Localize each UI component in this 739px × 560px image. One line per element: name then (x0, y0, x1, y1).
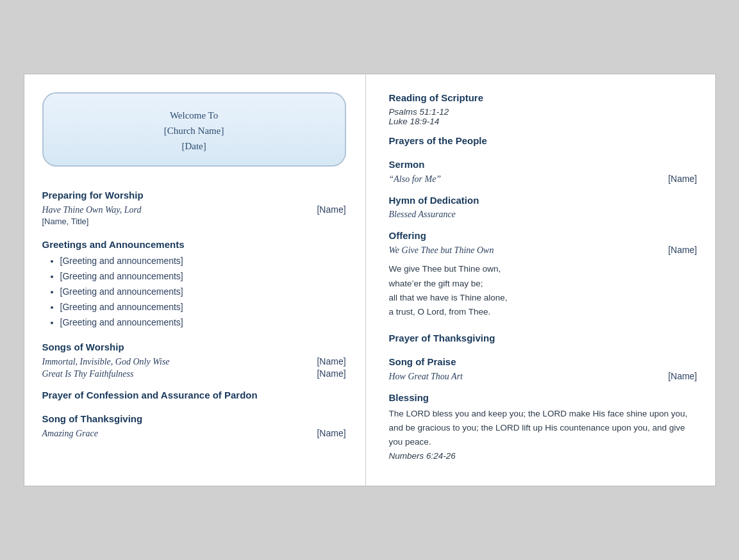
offering-verse-line1: We give Thee but Thine own, (388, 264, 501, 274)
preparing-song-row: Have Thine Own Way, Lord [Name] (42, 204, 346, 215)
preparing-song-assignee: [Name] (317, 204, 345, 215)
heading-greetings: Greetings and Announcements (42, 239, 346, 250)
column-divider (366, 74, 374, 485)
song-praise-assignee: [Name] (668, 371, 697, 381)
offering-verse-line2: whate’er the gift may be; (388, 279, 483, 288)
heading-scripture: Reading of Scripture (388, 92, 697, 103)
welcome-line3: [Date] (56, 138, 332, 154)
worship-song2-title: Great Is Thy Faithfulness (42, 369, 134, 379)
sermon-title: “Also for Me” (388, 174, 441, 185)
list-item: [Greeting and announcements] (60, 315, 346, 331)
song-praise-title: How Great Thou Art (388, 372, 463, 382)
preparing-song-title: Have Thine Own Way, Lord (42, 205, 142, 215)
thanksgiving-song-assignee: [Name] (317, 428, 345, 438)
scripture-ref2: Luke 18:9-14 (388, 117, 697, 126)
heading-offering: Offering (388, 230, 697, 241)
scripture-ref1: Psalms 51:1-12 (388, 107, 697, 117)
preparing-sublabel: [Name, Title] (42, 217, 346, 226)
heading-blessing: Blessing (388, 392, 697, 403)
list-item: [Greeting and announcements] (60, 300, 346, 315)
offering-verse-line3: all that we have is Thine alone, (388, 293, 507, 302)
heading-sermon: Sermon (388, 159, 697, 170)
spacer (388, 257, 697, 262)
list-item: [Greeting and announcements] (60, 284, 346, 300)
offering-song-title: We Give Thee but Thine Own (388, 245, 494, 256)
hymn-dedication-row: Blessed Assurance (388, 210, 697, 220)
heading-preparing: Preparing for Worship (42, 190, 346, 201)
sermon-assignee: [Name] (668, 174, 697, 184)
heading-confession: Prayer of Confession and Assurance of Pa… (42, 390, 346, 400)
welcome-box: Welcome To [Church Name] [Date] (42, 92, 346, 167)
list-item: [Greeting and announcements] (60, 254, 346, 269)
hymn-dedication-title: Blessed Assurance (388, 210, 455, 220)
heading-song-praise: Song of Praise (388, 356, 697, 367)
right-column: Reading of Scripture Psalms 51:1-12 Luke… (373, 74, 715, 485)
songs-worship-row1: Immortal, Invisible, God Only Wise [Name… (42, 356, 346, 367)
sermon-row: “Also for Me” [Name] (388, 174, 697, 185)
welcome-line2: [Church Name] (56, 123, 332, 138)
thanksgiving-song-title: Amazing Grace (42, 429, 99, 439)
offering-verse: We give Thee but Thine own, whate’er the… (388, 262, 697, 319)
list-item: [Greeting and announcements] (60, 269, 346, 284)
worship-song1-assignee: [Name] (317, 356, 345, 366)
blessing-body: The LORD bless you and keep you; the LOR… (388, 409, 687, 447)
offering-song-assignee: [Name] (668, 245, 697, 255)
thanksgiving-song-row: Amazing Grace [Name] (42, 428, 346, 439)
greetings-list: [Greeting and announcements] [Greeting a… (42, 254, 346, 330)
heading-prayer-thanksgiving: Prayer of Thanksgiving (388, 333, 697, 343)
offering-song-row: We Give Thee but Thine Own [Name] (388, 245, 697, 256)
blessing-text: The LORD bless you and keep you; the LOR… (388, 407, 697, 464)
left-column: Welcome To [Church Name] [Date] Preparin… (24, 74, 366, 485)
songs-worship-row2: Great Is Thy Faithfulness [Name] (42, 368, 346, 379)
heading-songs-worship: Songs of Worship (42, 342, 346, 352)
heading-hymn-dedication: Hymn of Dedication (388, 195, 697, 206)
heading-prayers: Prayers of the People (388, 135, 697, 146)
song-praise-row: How Great Thou Art [Name] (388, 371, 697, 382)
bulletin-page: Welcome To [Church Name] [Date] Preparin… (24, 74, 716, 486)
offering-verse-line4: a trust, O Lord, from Thee. (388, 307, 490, 317)
welcome-line1: Welcome To (56, 108, 332, 123)
blessing-ref: Numbers 6:24-26 (388, 451, 455, 461)
worship-song1-title: Immortal, Invisible, God Only Wise (42, 357, 170, 367)
worship-song2-assignee: [Name] (317, 368, 345, 379)
heading-song-thanksgiving: Song of Thanksgiving (42, 413, 346, 424)
